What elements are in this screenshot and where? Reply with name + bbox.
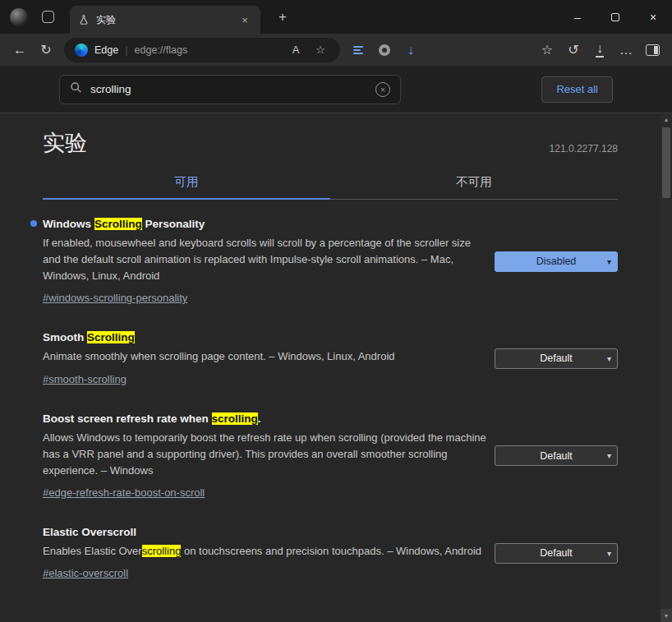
search-icon	[70, 81, 82, 97]
toolbar: ← ↻ Edge | edge://flags A ☆ ↓ ☆ ↺ ↓ …	[0, 34, 672, 66]
flag-select[interactable]: Disabled ▾	[495, 251, 618, 272]
flag-description: Animate smoothly when scrolling page con…	[43, 348, 490, 365]
chevron-down-icon: ▾	[607, 549, 611, 558]
flag-entry-elastic-overscroll: Elastic Overscroll Enables Elastic Overs…	[43, 526, 618, 580]
scrollbar-thumb[interactable]	[662, 127, 670, 198]
flag-entry-windows-scrolling-personality: Windows Scrolling Personality If enabled…	[43, 218, 618, 305]
flag-link[interactable]: #smooth-scrolling	[43, 373, 127, 385]
flags-tabbar: 可用 不可用	[43, 168, 618, 200]
flag-title: Elastic Overscroll	[43, 526, 490, 538]
flag-select-value: Default	[540, 450, 573, 462]
flag-select[interactable]: Default ▾	[495, 348, 618, 369]
titlebar: 实验 × + – ×	[0, 0, 672, 34]
downloads-icon[interactable]: ↓	[587, 38, 613, 62]
history-icon[interactable]: ↺	[560, 38, 587, 62]
new-tab-button[interactable]: +	[272, 7, 293, 28]
maximize-button[interactable]	[596, 0, 634, 34]
tab-unavailable[interactable]: 不可用	[330, 168, 618, 199]
flag-select[interactable]: Default ▾	[495, 445, 618, 466]
clear-search-icon[interactable]: ×	[375, 82, 390, 97]
flag-entry-smooth-scrolling: Smooth Scrolling Animate smoothly when s…	[43, 331, 618, 385]
search-highlight: Scrolling	[94, 218, 142, 230]
edge-logo-icon	[75, 44, 88, 57]
version-label: 121.0.2277.128	[550, 143, 618, 158]
search-highlight: Scrolling	[87, 331, 135, 343]
profile-avatar[interactable]	[10, 8, 28, 26]
search-box[interactable]: ×	[59, 75, 401, 104]
modified-flag-dot	[30, 220, 37, 227]
search-input[interactable]	[90, 83, 367, 95]
flag-select[interactable]: Default ▾	[495, 543, 618, 564]
flag-select-value: Default	[540, 547, 573, 559]
flag-description: Enables Elastic Overscrolling on touchsc…	[43, 543, 490, 560]
sidebar-toggle-icon[interactable]	[639, 38, 665, 62]
read-aloud-icon[interactable]: A	[287, 44, 305, 56]
flag-title: Boost screen refresh rate when scrolling…	[43, 412, 490, 425]
minimize-button[interactable]: –	[559, 0, 596, 34]
flags-page: 实验 121.0.2277.128 可用 不可用 Windows Scrolli…	[0, 113, 672, 622]
scrollbar[interactable]: ▲ ▼	[660, 113, 672, 622]
download-extension-icon[interactable]: ↓	[398, 38, 424, 62]
flag-link[interactable]: #elastic-overscroll	[43, 567, 128, 579]
scroll-up-icon[interactable]: ▲	[660, 113, 672, 126]
chevron-down-icon: ▾	[607, 354, 611, 363]
search-highlight: scrolling	[142, 545, 182, 557]
more-menu-icon[interactable]: …	[613, 38, 639, 62]
flag-link[interactable]: #edge-refresh-rate-boost-on-scroll	[43, 486, 205, 499]
flag-select-value: Disabled	[536, 256, 577, 267]
url-divider: |	[125, 44, 127, 56]
browser-tab[interactable]: 实验 ×	[70, 6, 260, 34]
browser-window: 实验 × + – × ← ↻ Edge | edge://flags A ☆ ↓…	[0, 0, 672, 622]
flags-search-section: × Reset all	[0, 66, 672, 113]
flag-description: Allows Windows to temporarily boost the …	[43, 430, 490, 479]
flag-entry-refresh-rate-boost: Boost screen refresh rate when scrolling…	[43, 412, 618, 500]
refresh-button[interactable]: ↻	[33, 38, 59, 62]
flask-icon	[78, 14, 90, 25]
tab-available[interactable]: 可用	[43, 168, 330, 200]
reset-all-button[interactable]: Reset all	[541, 76, 613, 103]
flag-title: Windows Scrolling Personality	[43, 218, 490, 230]
search-highlight: scrolling	[212, 412, 258, 425]
flag-link[interactable]: #windows-scrolling-personality	[43, 292, 187, 304]
flag-select-value: Default	[540, 352, 573, 364]
url-text: edge://flags	[135, 44, 280, 56]
page-title: 实验	[43, 128, 87, 158]
close-button[interactable]: ×	[634, 0, 672, 34]
favorites-hub-icon[interactable]: ☆	[534, 38, 560, 62]
chevron-down-icon: ▾	[607, 257, 611, 266]
address-bar[interactable]: Edge | edge://flags A ☆	[64, 38, 340, 62]
reader-extension-icon[interactable]	[345, 38, 371, 62]
tab-close-icon[interactable]: ×	[237, 12, 252, 27]
chevron-down-icon: ▾	[607, 451, 611, 460]
site-brand-label: Edge	[94, 44, 118, 56]
tab-actions-icon[interactable]	[42, 11, 54, 23]
flag-description: If enabled, mousewheel and keyboard scro…	[43, 235, 490, 284]
flag-title: Smooth Scrolling	[43, 331, 490, 343]
tab-title: 实验	[96, 13, 116, 27]
favorite-star-icon[interactable]: ☆	[311, 44, 329, 56]
window-controls: – ×	[559, 0, 672, 34]
scroll-down-icon[interactable]: ▼	[660, 609, 672, 622]
extension-badge-icon[interactable]	[371, 38, 398, 62]
back-button[interactable]: ←	[7, 38, 33, 62]
